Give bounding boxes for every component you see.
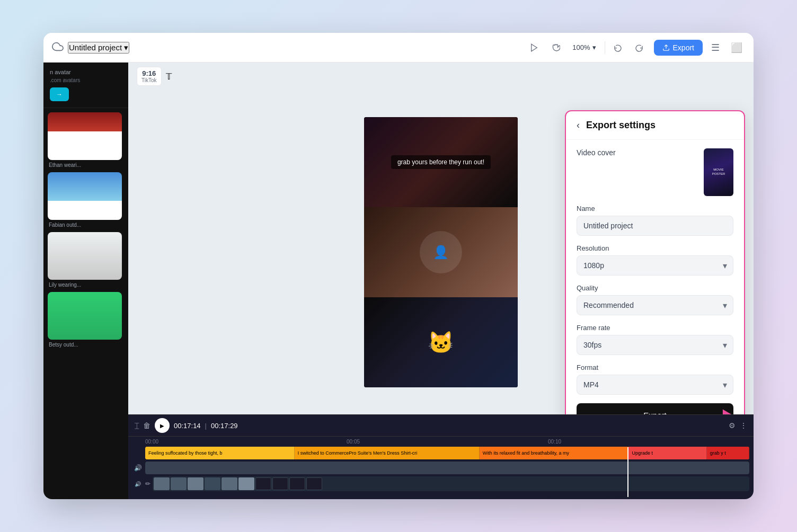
format-badge: 9:16 TikTok bbox=[137, 67, 162, 86]
avatar-label-3: Lily wearing... bbox=[48, 282, 124, 288]
avatar-label-4: Betsy outd... bbox=[48, 342, 124, 348]
export-panel-body: Video cover MOVIEPOSTER Name bbox=[566, 140, 744, 414]
video-thumb-10 bbox=[306, 477, 322, 490]
volume-icon[interactable]: 🔊 bbox=[134, 464, 142, 472]
topbar: Untitled project ▾ 100% ▾ bbox=[43, 33, 754, 63]
export-label: Export bbox=[673, 43, 694, 52]
video-track[interactable] bbox=[153, 476, 749, 491]
avatar-list: Ethan weari... Fabian outd... Lily weari… bbox=[43, 108, 128, 499]
settings-btn-tl[interactable]: ⚙ bbox=[729, 421, 736, 430]
format-select-wrapper: MP4 MOV AVI ▾ bbox=[577, 375, 733, 395]
fullscreen-btn[interactable]: ⬜ bbox=[728, 39, 745, 56]
format-select[interactable]: MP4 MOV AVI bbox=[577, 375, 733, 395]
edit-icon[interactable]: ✏ bbox=[145, 480, 150, 487]
name-label: Name bbox=[577, 205, 733, 212]
sidebar-avatar-sub: .com avatars bbox=[50, 77, 122, 83]
playhead[interactable] bbox=[627, 447, 628, 497]
quality-field-group: Quality Low Medium Recommended High ▾ bbox=[577, 284, 733, 315]
export-panel-header: ‹ Export settings bbox=[566, 111, 744, 140]
export-panel: ‹ Export settings Video cover MOVIEPOSTE… bbox=[565, 110, 745, 414]
caption-text-4: Upgrade t bbox=[632, 450, 653, 456]
ruler-mark-0: 00:00 bbox=[145, 439, 347, 445]
redo-btn[interactable] bbox=[631, 39, 648, 56]
project-name-btn[interactable]: Untitled project ▾ bbox=[68, 42, 129, 54]
sidebar: n avatar .com avatars → Ethan weari... bbox=[43, 63, 128, 499]
current-time: 00:17:14 bbox=[174, 422, 201, 430]
play-icon-btn[interactable] bbox=[526, 39, 543, 56]
sidebar-cta-btn[interactable]: → bbox=[50, 87, 69, 101]
volume-icon-2[interactable]: 🔊 bbox=[135, 481, 141, 487]
export-button[interactable]: Export bbox=[654, 40, 703, 56]
export-action-btn[interactable]: Export bbox=[577, 403, 733, 414]
chevron-down-icon: ▾ bbox=[124, 43, 128, 52]
list-item[interactable]: Lily wearing... bbox=[48, 232, 124, 288]
video-thumb-6 bbox=[238, 477, 254, 490]
caption-seg-3: With its relaxed fit and breathability, … bbox=[480, 447, 629, 459]
name-field-group: Name bbox=[577, 205, 733, 236]
ruler-mark-1: 00:05 bbox=[347, 439, 548, 445]
name-input[interactable] bbox=[577, 216, 733, 236]
sidebar-avatar-header: n avatar bbox=[50, 69, 122, 75]
quality-select[interactable]: Low Medium Recommended High bbox=[577, 295, 733, 315]
avatar-label-1: Ethan weari... bbox=[48, 162, 124, 168]
list-item[interactable]: Ethan weari... bbox=[48, 112, 124, 168]
caption-track[interactable]: Feeling suffocated by those tight, b I s… bbox=[145, 447, 749, 459]
video-thumb-3 bbox=[188, 477, 203, 490]
avatar-thumb-1 bbox=[48, 112, 122, 160]
avatar-label-2: Fabian outd... bbox=[48, 222, 124, 228]
tiktok-icon: 𝕋 bbox=[166, 72, 172, 82]
caption-track-row: Feeling suffocated by those tight, b I s… bbox=[132, 447, 749, 459]
audio-track[interactable] bbox=[145, 462, 749, 474]
topbar-center: 100% ▾ bbox=[526, 39, 647, 56]
list-item[interactable]: Betsy outd... bbox=[48, 292, 124, 348]
svg-marker-0 bbox=[532, 44, 537, 51]
main-area: n avatar .com avatars → Ethan weari... bbox=[43, 63, 754, 499]
list-item[interactable]: Fabian outd... bbox=[48, 172, 124, 228]
time-divider: | bbox=[205, 422, 207, 430]
zoom-selector[interactable]: 100% ▾ bbox=[568, 41, 600, 54]
timeline-tracks: 00:00 00:05 00:10 Feeling suffocated by … bbox=[128, 437, 754, 499]
framerate-select[interactable]: 24fps 30fps 60fps bbox=[577, 335, 733, 355]
video-thumb-2 bbox=[171, 477, 187, 490]
framerate-label: Frame rate bbox=[577, 324, 733, 332]
timeline-ruler: 00:00 00:05 00:10 bbox=[145, 439, 749, 445]
video-cover-section: Video cover MOVIEPOSTER bbox=[577, 148, 733, 196]
avatar-thumb-3 bbox=[48, 232, 122, 280]
video-track-row: 🔊 ✏ bbox=[132, 476, 749, 491]
resolution-select[interactable]: 720p 1080p 4K bbox=[577, 255, 733, 276]
video-overlay-text: grab yours before they run out! bbox=[391, 155, 491, 169]
caption-text-2: I switched to CommercePro Suite's Men's … bbox=[298, 450, 418, 456]
cta-label: → bbox=[56, 91, 63, 98]
framerate-field-group: Frame rate 24fps 30fps 60fps ▾ bbox=[577, 324, 733, 355]
menu-btn[interactable]: ☰ bbox=[707, 39, 724, 56]
video-cover-label: Video cover bbox=[577, 148, 616, 157]
timeline-area: ⌶ 🗑 ▶ 00:17:14 | 00:17:29 ⚙ ⋮ 00:00 bbox=[128, 414, 754, 499]
topbar-right: Export ☰ ⬜ bbox=[654, 39, 745, 56]
quality-select-wrapper: Low Medium Recommended High ▾ bbox=[577, 295, 733, 315]
video-thumb-1 bbox=[154, 477, 170, 490]
audio-track-row: 🔊 bbox=[132, 462, 749, 474]
format-label: Format bbox=[577, 363, 733, 371]
delete-btn[interactable]: 🗑 bbox=[143, 421, 150, 430]
undo-btn[interactable] bbox=[609, 39, 626, 56]
sidebar-top: n avatar .com avatars → bbox=[43, 63, 128, 108]
more-options-btn[interactable]: ⋮ bbox=[740, 421, 747, 430]
split-tool-btn[interactable]: ⌶ bbox=[135, 421, 139, 430]
timeline-play-btn[interactable]: ▶ bbox=[155, 418, 170, 433]
video-panel-bot: 🐱 bbox=[364, 297, 518, 387]
hand-tool-btn[interactable] bbox=[547, 39, 564, 56]
canvas-area: 9:16 TikTok 𝕋 grab yours before they run… bbox=[128, 63, 754, 414]
project-name-label: Untitled project bbox=[69, 43, 122, 52]
video-panel-top: grab yours before they run out! bbox=[364, 117, 518, 207]
cat-image: 🐱 bbox=[428, 330, 454, 355]
video-preview: grab yours before they run out! 👤 🐱 bbox=[364, 117, 518, 387]
video-cover-thumbnail[interactable]: MOVIEPOSTER bbox=[704, 148, 733, 196]
caption-text-3: With its relaxed fit and breathability, … bbox=[483, 450, 569, 456]
format-platform: TikTok bbox=[141, 77, 157, 83]
export-panel-title: Export settings bbox=[586, 120, 656, 131]
export-back-btn[interactable]: ‹ bbox=[577, 120, 580, 131]
video-thumb-9 bbox=[289, 477, 305, 490]
video-thumb-7 bbox=[255, 477, 271, 490]
total-time: 00:17:29 bbox=[211, 422, 238, 430]
timeline-controls: ⌶ 🗑 ▶ 00:17:14 | 00:17:29 ⚙ ⋮ bbox=[128, 415, 754, 437]
